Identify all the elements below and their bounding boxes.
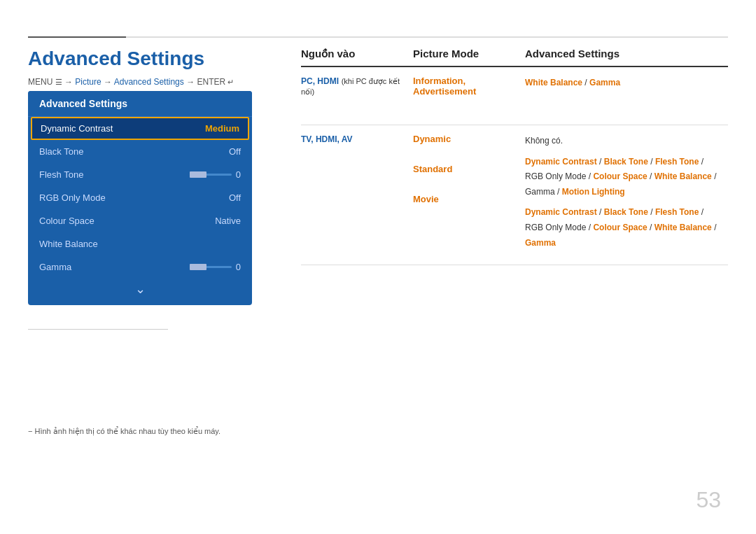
adv-mov-black-tone: Black Tone <box>604 207 648 217</box>
settings-item-rgb-only[interactable]: RGB Only Mode Off <box>28 186 252 209</box>
adv-white-balance: White Balance <box>525 78 582 87</box>
mode-item-information: Information,Advertisement <box>413 76 525 97</box>
mode-item-dynamic: Dynamic <box>413 134 525 144</box>
item-label-colour-space: Colour Space <box>39 216 94 226</box>
item-value-rgb-only: Off <box>229 192 241 203</box>
arrow3: → ENTER <box>184 77 228 87</box>
adv-std-motion-lighting: Motion Lighting <box>562 187 625 197</box>
top-divider <box>28 36 728 38</box>
col-header-settings: Advanced Settings <box>525 48 728 60</box>
adv-sep1: / <box>582 78 589 87</box>
item-label-rgb-only: RGB Only Mode <box>39 192 106 203</box>
source-main-tv-hdmi: TV, HDMI, AV <box>301 134 353 144</box>
cell-source-pc-hdmi: PC, HDMI (khi PC được kết nối) <box>301 76 413 116</box>
menu-symbol: ☰ <box>55 78 62 86</box>
adv-std-dynamic-contrast: Dynamic Contrast <box>525 157 597 167</box>
settings-item-white-balance[interactable]: White Balance <box>28 232 252 255</box>
page-title: Advanced Settings <box>28 48 204 70</box>
adv-std-colour-space: Colour Space <box>593 171 647 181</box>
adv-mov-rgb-only: RGB Only Mode <box>525 223 586 232</box>
picture-link[interactable]: Picture <box>75 77 101 87</box>
adv-line-dynamic: Không có. <box>525 134 728 149</box>
col-header-mode: Picture Mode <box>413 48 525 60</box>
adv-line-movie: Dynamic Contrast / Black Tone / Flesh To… <box>525 205 728 251</box>
arrow1: → <box>62 77 76 87</box>
flesh-tone-slider-bar <box>190 174 232 176</box>
adv-gamma: Gamma <box>589 78 620 87</box>
settings-item-black-tone[interactable]: Black Tone Off <box>28 140 252 163</box>
item-label-white-balance: White Balance <box>39 239 98 249</box>
table-section: Nguồn vào Picture Mode Advanced Settings… <box>301 48 728 265</box>
item-value-colour-space: Native <box>215 216 241 226</box>
item-value-black-tone: Off <box>229 146 241 157</box>
arrow2: → <box>102 77 114 87</box>
bottom-divider <box>28 329 168 330</box>
settings-item-gamma[interactable]: Gamma 0 <box>28 255 252 279</box>
menu-prefix: MENU <box>28 77 55 87</box>
mode-item-standard: Standard <box>413 164 525 174</box>
cell-mode-pc-hdmi: Information,Advertisement <box>413 76 525 116</box>
table-header: Nguồn vào Picture Mode Advanced Settings <box>301 48 728 67</box>
page-number: 53 <box>696 487 721 513</box>
gamma-slider-bar <box>190 266 232 268</box>
source-main-pc-hdmi: PC, HDMI <box>301 76 339 86</box>
adv-mov-flesh-tone: Flesh Tone <box>655 207 699 217</box>
adv-line-wb-gamma: White Balance / Gamma <box>525 76 728 91</box>
table-row-pc-hdmi: PC, HDMI (khi PC được kết nối) Informati… <box>301 67 728 125</box>
cell-advanced-pc-hdmi: White Balance / Gamma <box>525 76 728 116</box>
adv-mov-gamma: Gamma <box>525 238 556 248</box>
gamma-slider[interactable]: 0 <box>190 262 241 272</box>
cell-advanced-tv-hdmi: Không có. Dynamic Contrast / Black Tone … <box>525 134 728 256</box>
col-header-source: Nguồn vào <box>301 48 413 60</box>
item-value-flesh-tone: 0 <box>236 169 241 180</box>
item-label-dynamic-contrast: Dynamic Contrast <box>41 123 113 134</box>
note-text: Hình ảnh hiện thị có thể khác nhau tùy t… <box>28 427 220 436</box>
advanced-link[interactable]: Advanced Settings <box>114 77 184 87</box>
menu-path: MENU ☰ → Picture → Advanced Settings → E… <box>28 77 234 87</box>
item-label-gamma: Gamma <box>39 262 71 272</box>
settings-item-colour-space[interactable]: Colour Space Native <box>28 209 252 232</box>
adv-std-rgb-only: RGB Only Mode <box>525 171 586 181</box>
adv-mov-colour-space: Colour Space <box>593 223 647 232</box>
item-label-black-tone: Black Tone <box>39 146 83 157</box>
adv-std-black-tone: Black Tone <box>604 157 648 167</box>
item-value-gamma: 0 <box>236 262 241 272</box>
cell-source-tv-hdmi: TV, HDMI, AV <box>301 134 413 256</box>
adv-line-standard: Dynamic Contrast / Black Tone / Flesh To… <box>525 155 728 200</box>
item-label-flesh-tone: Flesh Tone <box>39 169 83 180</box>
mode-item-movie: Movie <box>413 194 525 204</box>
item-value-dynamic-contrast: Medium <box>205 123 239 134</box>
adv-std-gamma: Gamma <box>525 187 555 197</box>
flesh-tone-slider[interactable]: 0 <box>190 169 241 180</box>
settings-item-flesh-tone[interactable]: Flesh Tone 0 <box>28 163 252 186</box>
settings-panel-title: Advanced Settings <box>28 91 252 117</box>
adv-no-settings: Không có. <box>525 136 563 146</box>
settings-item-dynamic-contrast[interactable]: Dynamic Contrast Medium <box>31 117 249 140</box>
table-row-tv-hdmi-av: TV, HDMI, AV Dynamic Standard Movie Khôn… <box>301 125 728 265</box>
adv-std-flesh-tone: Flesh Tone <box>655 157 699 167</box>
enter-symbol: ↵ <box>227 78 234 86</box>
adv-std-white-balance: White Balance <box>654 171 712 181</box>
adv-mov-dynamic-contrast: Dynamic Contrast <box>525 207 597 217</box>
chevron-down-icon[interactable]: ⌄ <box>28 279 252 298</box>
cell-mode-tv-hdmi: Dynamic Standard Movie <box>413 134 525 256</box>
adv-mov-white-balance: White Balance <box>654 223 712 232</box>
settings-panel: Advanced Settings Dynamic Contrast Mediu… <box>28 91 252 305</box>
